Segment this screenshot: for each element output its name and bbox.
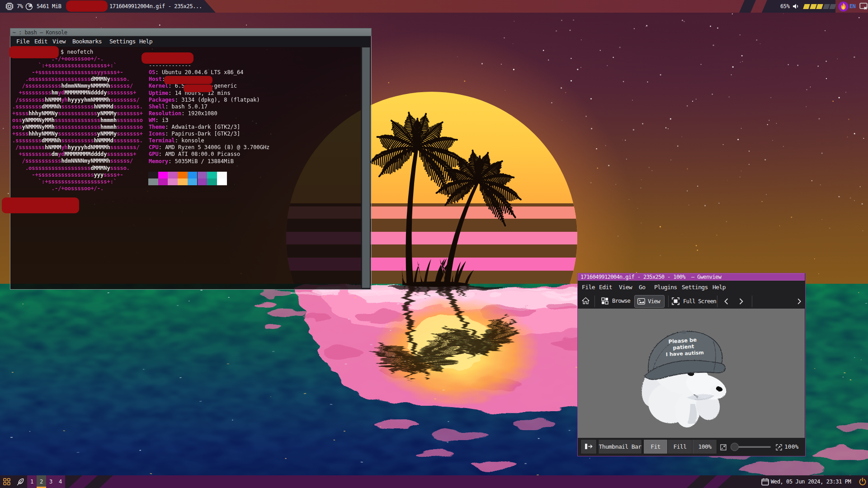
home-icon [582,297,590,305]
volume-value[interactable]: 65% [780,0,789,13]
gwenview-toolbar: Browse View Full Screen [578,294,805,309]
palette-color-0-4 [188,172,198,178]
palette-color-0-3 [178,172,188,178]
desktop: ~ : bash — Konsole FileEditViewBookmarks… [0,0,868,488]
fit-label: Fit [651,443,660,450]
bottombar-stripe [84,475,113,488]
feather-icon [16,478,24,486]
focused-window-title: 1716049912004n.gif - 235x25... [109,0,202,13]
zoom-percentage: 100% [784,438,798,455]
cpu-chip-icon [5,2,14,10]
screen-share-icon [859,3,868,10]
image-icon [637,298,645,305]
back-button[interactable] [723,298,729,305]
neofetch-info-cpu: CPU: AMD Ryzen 5 3400G (8) @ 3.700GHz [149,144,269,151]
zoom-expand-icon[interactable] [776,444,782,452]
volume-bar-segment [829,4,836,9]
gwenview-menu-file[interactable]: File [582,281,595,294]
neofetch-info-os: OS: Ubuntu 20.04.6 LTS x86_64 [149,69,244,76]
gwenview-image-view[interactable]: Please be patient I have autism [578,309,805,438]
keyboard-layout-indicator[interactable]: EN [849,0,856,13]
palette-color-0-6 [207,172,217,178]
slider-knob[interactable] [731,443,738,450]
top-bar: 7% 5461 MiB 1716049912004n.gif - 235x25.… [0,0,868,13]
konsole-menu-file[interactable]: File [16,36,29,47]
pie-chart-icon [25,3,33,10]
forward-button[interactable] [738,298,744,305]
neofetch-info-resolution: Resolution: 868x488 [149,110,217,117]
konsole-title-text: ~ : bash — Konsole [13,29,67,36]
palette-color-0-2 [168,172,178,178]
chevron-left-icon [723,298,729,305]
konsole-menubar: FileEditViewBookmarksSettingsHelp [10,36,371,47]
konsole-menu-view[interactable]: View [52,36,66,47]
memory-indicator[interactable]: 5461 MiB [25,0,61,13]
toolbar-overflow-button[interactable] [797,298,802,305]
flame-icon [838,1,849,12]
volume-bar-segment [823,4,830,9]
palette-color-0-0 [148,172,158,178]
launcher-button[interactable] [3,475,10,488]
palette-color-1-1 [158,178,168,185]
zoom-100-label: 100% [698,443,712,450]
sidebar-toggle-icon [585,443,593,450]
redaction-box [184,84,212,92]
zoom-100-button[interactable]: 100% [693,439,717,454]
gwenview-menubar: FileEditViewGoPluginsSettingsHelp [578,281,805,294]
fullscreen-button[interactable]: Full Screen [672,297,716,305]
volume-indicator[interactable] [793,0,799,13]
workspace-1[interactable]: 1 [27,475,37,488]
workspace-3[interactable]: 3 [46,475,56,488]
browse-button[interactable]: Browse [601,297,630,305]
tray-screen-share[interactable] [859,0,868,13]
redaction-box [142,52,193,64]
power-icon [859,478,867,486]
konsole-scrollbar[interactable] [361,47,371,289]
sidebar-toggle-button[interactable] [580,439,597,454]
home-button[interactable] [582,297,590,305]
fit-button[interactable]: Fit [643,439,668,454]
neofetch-info-memory: Memory: 5035MiB / 13884MiB [149,158,234,165]
gwenview-menu-plugins[interactable]: Plugins [654,281,677,294]
workspace-4[interactable]: 4 [56,475,65,488]
gwenview-menu-view[interactable]: View [619,281,632,294]
gwenview-menu-edit[interactable]: Edit [599,281,612,294]
view-button[interactable]: View [634,295,665,308]
cpu-indicator[interactable]: 7% [5,0,23,13]
palette-color-1-6 [207,178,217,185]
notes-button[interactable] [16,475,24,488]
zoom-fit-icon[interactable] [720,444,726,452]
view-label: View [648,298,660,305]
thumbnail-bar-button[interactable]: Thumbnail Bar [598,439,642,454]
gwenview-window: 1716049912004n.gif - 235x250 - 100% — Gw… [577,273,806,456]
neofetch-info-icons: Icons: Papirus-Dark [GTK2/3] [149,131,240,137]
konsole-menu-help[interactable]: Help [139,36,152,47]
konsole-menu-edit[interactable]: Edit [34,36,47,47]
power-button[interactable] [859,475,867,488]
konsole-titlebar[interactable]: ~ : bash — Konsole [10,28,372,36]
fill-button[interactable]: Fill [668,439,693,454]
gwenview-menu-help[interactable]: Help [712,281,726,294]
fill-label: Fill [674,443,687,450]
neofetch-ascii-logo: .-/+oossssoo+/-. `:+ssssssssssssssssss+:… [12,56,143,192]
gwenview-title-text: 1716049912004n.gif - 235x250 - 100% — Gw… [580,274,721,280]
browse-label: Browse [612,297,630,304]
datetime-indicator[interactable]: Wed, 05 Jun 2024, 23:31 PM [771,475,851,488]
gwenview-menu-go[interactable]: Go [639,281,645,294]
thumbnail-bar-label: Thumbnail Bar [599,443,642,450]
gwenview-menu-settings[interactable]: Settings [682,281,708,294]
bottombar-stripe [687,475,717,488]
konsole-menu-settings[interactable]: Settings [109,36,136,47]
palette-color-1-7 [217,178,227,185]
volume-level-bars[interactable] [804,0,837,13]
konsole-menu-bookmarks[interactable]: Bookmarks [72,36,102,47]
zoom-slider[interactable] [730,442,772,453]
chevron-right-icon [797,298,802,305]
gwenview-titlebar[interactable]: 1716049912004n.gif - 235x250 - 100% — Gw… [578,273,805,281]
palette-color-1-0 [148,178,158,185]
workspace-2[interactable]: 2 [37,475,46,488]
volume-bar-segment [810,4,817,9]
tray-flame[interactable] [838,0,849,13]
speaker-icon [793,3,799,9]
scrollbar-thumb[interactable] [362,47,370,288]
